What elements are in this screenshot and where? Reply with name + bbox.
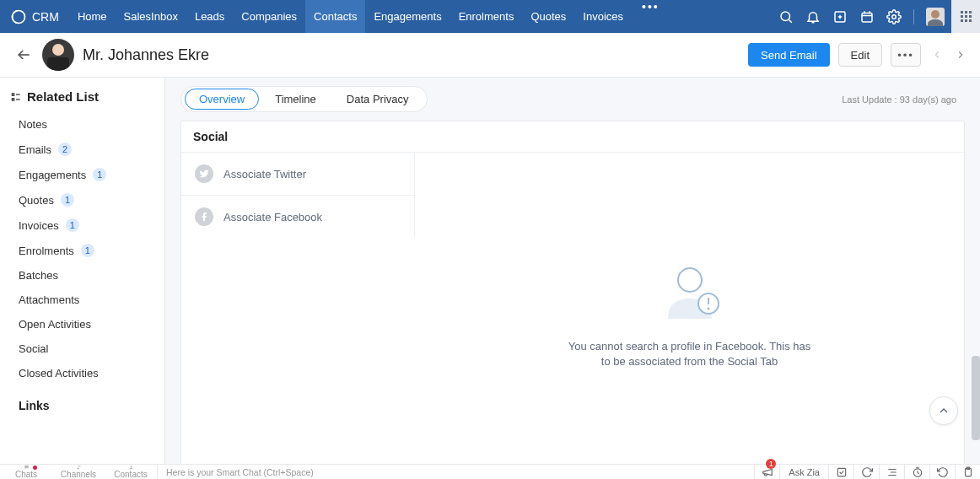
nav-quotes[interactable]: Quotes — [522, 0, 574, 33]
bottom-bar: Chats Channels Contacts Here is your Sma… — [0, 464, 980, 479]
brand-logo-icon — [10, 8, 27, 25]
sidebar-item-label: Attachments — [19, 293, 79, 306]
sidebar-item-open-activities[interactable]: Open Activities — [0, 312, 164, 336]
search-icon[interactable] — [778, 9, 794, 24]
sidebar-item-label: Engagements — [19, 169, 86, 181]
associate-twitter[interactable]: Associate Twitter — [181, 153, 415, 196]
notification-badge: 1 — [766, 459, 776, 469]
empty-state: You cannot search a profile in Facebook.… — [415, 153, 964, 473]
sidebar-item-batches[interactable]: Batches — [0, 263, 164, 288]
nav-more-icon[interactable]: ••• — [632, 0, 670, 33]
record-actions: Send Email Edit ••• — [748, 43, 968, 67]
bb-label: Contacts — [114, 470, 147, 479]
last-update-text: Last Update : 93 day(s) ago — [842, 94, 965, 105]
links-heading: Links — [0, 385, 164, 417]
sidebar-item-engagements[interactable]: Engagements1 — [0, 162, 164, 187]
bb-channels[interactable]: Channels — [52, 465, 105, 479]
sidebar-item-label: Closed Activities — [19, 367, 99, 379]
tabs-row: Overview Timeline Data Privacy Last Upda… — [165, 78, 980, 121]
sidebar-item-notes[interactable]: Notes — [0, 112, 164, 137]
sidebar-item-closed-activities[interactable]: Closed Activities — [0, 361, 164, 385]
tabs-wrap: Overview Timeline Data Privacy — [180, 86, 428, 112]
sidebar-item-label: Social — [19, 342, 48, 355]
scrollbar[interactable] — [972, 356, 980, 440]
more-actions-button[interactable]: ••• — [891, 43, 921, 67]
brand[interactable]: CRM — [0, 8, 69, 25]
zia-icon[interactable] — [879, 465, 904, 479]
svg-point-1 — [781, 12, 790, 21]
main-layout: Related List Notes Emails2 Engagements1 … — [0, 78, 980, 464]
social-panel: Social Associate Twitter Associate Faceb… — [180, 121, 965, 474]
next-record-button[interactable] — [953, 47, 968, 62]
svg-line-26 — [918, 472, 919, 473]
check-icon[interactable] — [828, 465, 853, 479]
panel-title: Social — [181, 121, 964, 153]
svg-point-20 — [78, 466, 79, 467]
send-email-button[interactable]: Send Email — [748, 43, 829, 67]
nav-contacts[interactable]: Contacts — [305, 0, 365, 33]
history-icon[interactable] — [929, 465, 955, 479]
sidebar-item-social[interactable]: Social — [0, 336, 164, 361]
brand-text: CRM — [32, 10, 59, 24]
scroll-to-top-button[interactable] — [929, 396, 958, 425]
record-title: Mr. Johannes Ekre — [83, 46, 209, 64]
sidebar-item-invoices[interactable]: Invoices1 — [0, 213, 164, 238]
panel-body: Associate Twitter Associate Facebook — [181, 153, 964, 473]
bell-icon[interactable] — [805, 9, 821, 24]
bottom-bar-left: Chats Channels Contacts — [0, 465, 158, 479]
back-button[interactable] — [12, 43, 35, 67]
svg-line-2 — [789, 19, 791, 22]
gear-icon[interactable] — [886, 9, 902, 24]
refresh-icon[interactable] — [853, 465, 879, 479]
empty-illustration — [656, 256, 724, 324]
associate-twitter-label: Associate Twitter — [223, 168, 306, 180]
apps-launcher-icon[interactable] — [951, 0, 980, 33]
notification-dot — [33, 466, 37, 470]
twitter-icon — [195, 164, 213, 183]
bb-contacts[interactable]: Contacts — [105, 465, 157, 479]
user-avatar[interactable] — [926, 8, 945, 26]
nav-companies[interactable]: Companies — [233, 0, 305, 33]
related-list-label: Related List — [27, 89, 99, 104]
top-navigation: CRM Home SalesInbox Leads Companies Cont… — [0, 0, 980, 33]
associate-facebook[interactable]: Associate Facebook — [181, 196, 415, 238]
bb-label: Channels — [61, 470, 96, 479]
svg-point-16 — [678, 268, 702, 292]
edit-button[interactable]: Edit — [838, 43, 882, 67]
svg-point-19 — [707, 307, 709, 309]
svg-rect-23 — [837, 468, 845, 476]
plus-box-icon[interactable] — [832, 9, 848, 24]
clipboard-icon[interactable] — [955, 465, 980, 479]
sidebar-item-emails[interactable]: Emails2 — [0, 137, 164, 162]
nav-home[interactable]: Home — [69, 0, 116, 33]
calendar-icon[interactable] — [859, 9, 875, 24]
tab-data-privacy[interactable]: Data Privacy — [332, 89, 423, 110]
sidebar-item-enrolments[interactable]: Enrolments1 — [0, 238, 164, 263]
sidebar-item-quotes[interactable]: Quotes1 — [0, 187, 164, 213]
nav-invoices[interactable]: Invoices — [574, 0, 632, 33]
tab-timeline[interactable]: Timeline — [261, 89, 331, 110]
svg-rect-13 — [12, 98, 13, 100]
svg-rect-12 — [12, 93, 13, 94]
empty-message: You cannot search a profile in Facebook.… — [563, 339, 816, 369]
related-list-icon — [10, 91, 22, 103]
nav-engagements[interactable]: Engagements — [365, 0, 450, 33]
nav-salesinbox[interactable]: SalesInbox — [116, 0, 186, 33]
sidebar-item-attachments[interactable]: Attachments — [0, 288, 164, 312]
ask-zia-button[interactable]: Ask Zia — [779, 465, 828, 479]
bottom-bar-right: 1 Ask Zia — [754, 465, 980, 479]
bb-label: Chats — [15, 470, 37, 479]
megaphone-icon[interactable]: 1 — [754, 465, 779, 479]
nav-leads[interactable]: Leads — [186, 0, 233, 33]
sidebar-item-label: Quotes — [19, 194, 54, 207]
sidebar-badge: 1 — [61, 193, 74, 207]
smart-chat-hint[interactable]: Here is your Smart Chat (Ctrl+Space) — [158, 467, 322, 477]
bb-chats[interactable]: Chats — [0, 465, 52, 479]
record-avatar[interactable] — [42, 39, 74, 71]
nav-enrolments[interactable]: Enrolments — [450, 0, 523, 33]
tab-overview[interactable]: Overview — [185, 89, 259, 110]
sidebar-item-label: Emails — [19, 143, 51, 156]
clock-icon[interactable] — [904, 465, 929, 479]
prev-record-button — [929, 47, 945, 62]
record-header: Mr. Johannes Ekre Send Email Edit ••• — [0, 33, 980, 78]
